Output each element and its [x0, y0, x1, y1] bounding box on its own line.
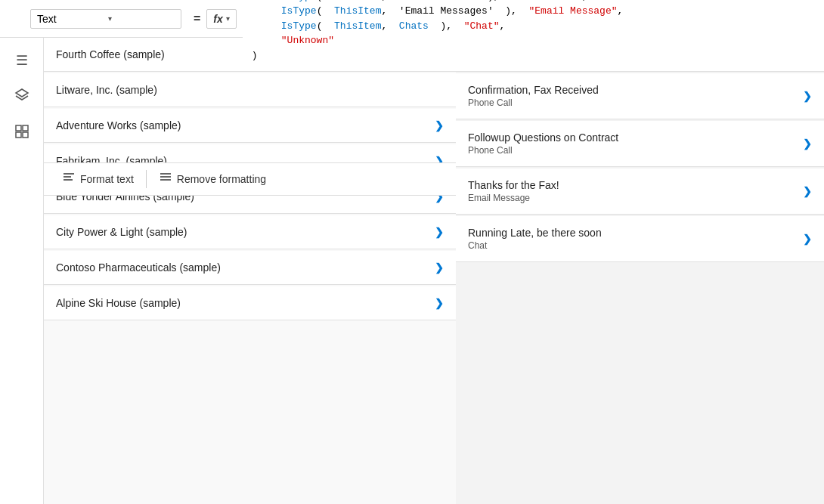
list-item[interactable]: Alpine Ski House (sample) ❯: [44, 286, 456, 320]
list-item-text: Adventure Works (sample): [56, 119, 435, 131]
fx-button[interactable]: fx ▾: [206, 9, 236, 29]
right-list-item[interactable]: Followup Questions on Contract Phone Cal…: [456, 121, 824, 167]
right-item-subtitle: Phone Call: [468, 145, 803, 156]
equals-sign: =: [194, 12, 200, 26]
svg-rect-1: [16, 125, 21, 131]
svg-rect-4: [23, 132, 28, 138]
sidebar-layers-icon[interactable]: [7, 82, 37, 112]
right-item-title: Running Late, be there soon: [468, 227, 803, 239]
list-item[interactable]: Contoso Pharmaceuticals (sample) ❯: [44, 251, 456, 285]
right-item-title: Thanks for the Fax!: [468, 179, 803, 191]
right-list-item[interactable]: Confirmation, Fax Received Phone Call ❯: [456, 73, 824, 119]
list-item-text: Contoso Pharmaceuticals (sample): [56, 261, 435, 274]
chevron-right-icon: ❯: [803, 185, 812, 197]
chevron-down-icon: ▾: [108, 14, 175, 23]
chevron-right-icon: ❯: [803, 138, 812, 150]
right-item-title: Confirmation, Fax Received: [468, 84, 803, 96]
dropdown-value: Text: [37, 13, 104, 25]
right-item-title: Followup Questions on Contract: [468, 131, 803, 144]
fx-symbol: fx: [213, 13, 222, 25]
remove-formatting-label: Remove formatting: [177, 173, 266, 185]
list-item[interactable]: Litware, Inc. (sample): [44, 73, 456, 107]
right-item-subtitle: Chat: [468, 240, 803, 251]
grid-icon: [14, 124, 29, 143]
svg-marker-0: [16, 89, 28, 97]
layers-icon: [14, 88, 29, 107]
right-item-subtitle: Email Message: [468, 193, 803, 203]
right-list-item[interactable]: Running Late, be there soon Chat ❯: [456, 216, 824, 262]
menu-icon: ☰: [16, 52, 28, 69]
sidebar-menu-icon[interactable]: ☰: [7, 45, 37, 76]
remove-formatting-icon: [159, 171, 172, 187]
right-panel: Fax ❯ Confirmation, Fax Received Phone C…: [456, 38, 824, 504]
chevron-right-icon: ❯: [435, 261, 444, 274]
code-line-5: "Unknown": [252, 33, 815, 48]
main-content: ☰: [0, 38, 824, 504]
list-item[interactable]: City Power & Light (sample) ❯: [44, 215, 456, 249]
code-line-3: IsType( ThisItem, 'Email Messages' ), "E…: [252, 4, 815, 19]
sidebar: ☰: [0, 38, 44, 504]
remove-formatting-button[interactable]: Remove formatting: [150, 166, 275, 192]
list-item-text: City Power & Light (sample): [56, 226, 435, 238]
toolbar-divider: [146, 170, 147, 188]
fx-chevron-icon: ▾: [226, 14, 230, 23]
chevron-right-icon: ❯: [435, 119, 444, 131]
right-item-subtitle: Phone Call: [468, 97, 803, 108]
format-text-button[interactable]: Format text: [53, 166, 143, 192]
format-toolbar: Format text Remove formatting: [44, 162, 456, 196]
list-item-text: Alpine Ski House (sample): [56, 297, 435, 309]
right-item-content: Confirmation, Fax Received Phone Call: [468, 84, 803, 108]
right-item-content: Running Late, be there soon Chat: [468, 227, 803, 251]
format-text-label: Format text: [80, 173, 134, 185]
formula-code-area[interactable]: If( IsType( ThisItem, Faxes ), "Fax", Is…: [243, 0, 824, 67]
left-panel: Format text Remove formatting Fourth Cof…: [44, 38, 456, 504]
right-item-content: Thanks for the Fax! Email Message: [468, 179, 803, 203]
text-type-dropdown[interactable]: Text ▾: [30, 9, 181, 29]
chevron-right-icon: ❯: [803, 90, 812, 102]
format-text-icon: [62, 171, 76, 187]
right-item-content: Followup Questions on Contract Phone Cal…: [468, 131, 803, 156]
chevron-right-icon: ❯: [435, 297, 444, 309]
code-line-6: ): [252, 48, 815, 63]
code-line-4: IsType( ThisItem, Chats ), "Chat",: [252, 19, 815, 34]
list-item[interactable]: Adventure Works (sample) ❯: [44, 109, 456, 143]
chevron-right-icon: ❯: [435, 226, 444, 238]
svg-rect-3: [16, 132, 21, 138]
list-item-text: Litware, Inc. (sample): [56, 84, 444, 96]
formula-bar: Text ▾ = fx ▾ If( IsType( ThisItem, Faxe…: [0, 0, 824, 38]
svg-rect-2: [23, 125, 28, 131]
chevron-right-icon: ❯: [803, 233, 812, 245]
sidebar-grid-icon[interactable]: [7, 118, 37, 148]
right-list-item[interactable]: Thanks for the Fax! Email Message ❯: [456, 169, 824, 215]
